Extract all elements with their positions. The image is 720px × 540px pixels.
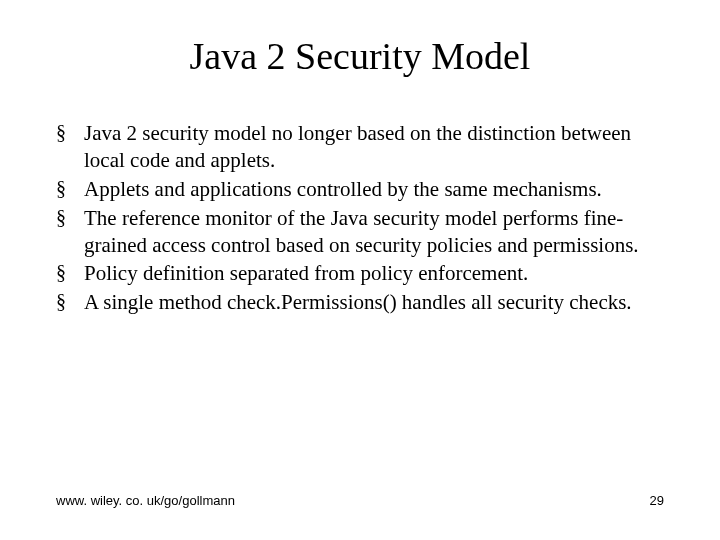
list-item: Applets and applications controlled by t…	[56, 176, 664, 203]
footer: www. wiley. co. uk/go/gollmann 29	[56, 493, 664, 508]
bullet-text: A single method check.Permissions() hand…	[84, 290, 632, 314]
bullet-text: The reference monitor of the Java securi…	[84, 206, 639, 257]
list-item: Java 2 security model no longer based on…	[56, 120, 664, 174]
list-item: A single method check.Permissions() hand…	[56, 289, 664, 316]
list-item: Policy definition separated from policy …	[56, 260, 664, 287]
bullet-text: Applets and applications controlled by t…	[84, 177, 602, 201]
list-item: The reference monitor of the Java securi…	[56, 205, 664, 259]
footer-url: www. wiley. co. uk/go/gollmann	[56, 493, 235, 508]
page-number: 29	[650, 493, 664, 508]
bullet-text: Policy definition separated from policy …	[84, 261, 528, 285]
bullet-list: Java 2 security model no longer based on…	[56, 120, 664, 316]
slide: Java 2 Security Model Java 2 security mo…	[0, 0, 720, 540]
bullet-text: Java 2 security model no longer based on…	[84, 121, 631, 172]
slide-title: Java 2 Security Model	[56, 34, 664, 78]
